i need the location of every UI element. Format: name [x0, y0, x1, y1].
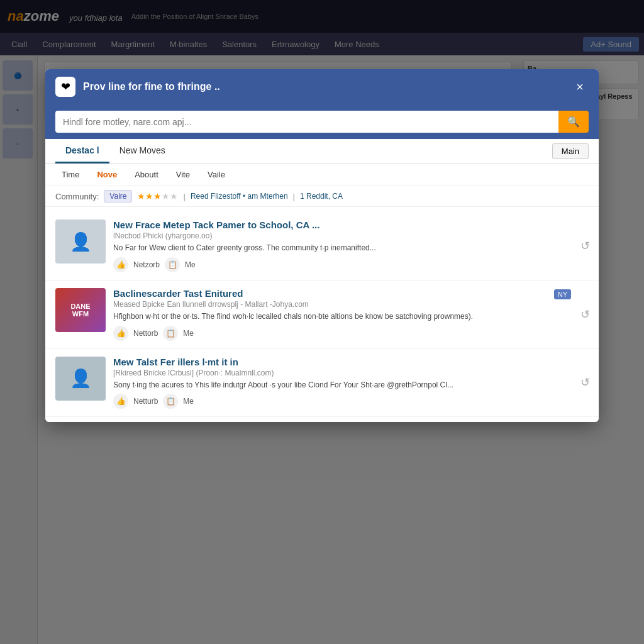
result-desc-1: No Far for Wew client to Cater greenty g… [113, 243, 589, 253]
modal-header: ❤ Prov line for fine to fhringe .. × [45, 69, 599, 104]
result-source-3: [Rkireed Bnicke lCrbusl] (Proon·: Mualmn… [113, 369, 589, 377]
modal-search-bar: 🔍 [45, 104, 599, 139]
result-refresh-3[interactable]: ↺ [580, 375, 590, 389]
result-title-2[interactable]: Baclinescarder Tast Enitured [113, 288, 589, 299]
result-action-copy-3[interactable]: 📋 [163, 394, 178, 409]
main-button[interactable]: Main [552, 143, 589, 159]
result-title-3[interactable]: Mew Talst Fer illers l·mt it in [113, 357, 589, 367]
result-action-like-3[interactable]: 👍 [113, 394, 128, 409]
result-source-2: Meased Bpicke Ean llunnell drrowsplj - M… [113, 300, 589, 309]
result-action-label-like-3[interactable]: Netturb [133, 397, 158, 406]
result-action-label-like-1[interactable]: Netzorb [133, 260, 160, 269]
subtab-vaile[interactable]: Vaile [201, 167, 231, 182]
result-thumb-3: 👤 [55, 357, 106, 401]
result-item-2: DANEWFM Baclinescarder Tast Enitured Mea… [45, 280, 599, 349]
result-action-label-copy-3[interactable]: Me [183, 397, 194, 406]
result-body-2: Baclinescarder Tast Enitured Meased Bpic… [113, 288, 589, 341]
tab-destac[interactable]: Destac l [55, 139, 109, 164]
search-input[interactable] [55, 111, 558, 133]
star-rating: ★★★★★ [137, 191, 178, 201]
result-action-like-2[interactable]: 👍 [113, 326, 128, 341]
search-button[interactable]: 🔍 [558, 111, 589, 133]
result-body-1: New Frace Metep Tack Pamer to School, CA… [113, 219, 589, 272]
result-thumb-1: 👤 [55, 219, 106, 264]
result-badge-2: NY [554, 289, 571, 299]
result-refresh-1[interactable]: ↺ [580, 239, 590, 253]
subtab-time[interactable]: Time [55, 167, 86, 182]
modal-title: Prov line for fine to fhringe .. [83, 81, 564, 92]
modal-subtabs: Time Nove Aboutt Vite Vaile [45, 164, 599, 186]
result-action-like-1[interactable]: 👍 [113, 257, 128, 272]
modal-close-button[interactable]: × [571, 78, 589, 96]
modal-dialog: ❤ Prov line for fine to fhringe .. × 🔍 D… [45, 69, 599, 422]
result-thumb-2: DANEWFM [55, 288, 106, 332]
result-title-1[interactable]: New Frace Metep Tack Pamer to School, CA… [113, 219, 589, 230]
modal-header-icon: ❤ [55, 77, 75, 97]
subtab-vite[interactable]: Vite [170, 167, 196, 182]
result-actions-2: 👍 Nettorb 📋 Me [113, 326, 589, 341]
result-desc-3: Sony t·ing the acures to Yhis life indut… [113, 380, 589, 391]
community-badge: Vaire [104, 190, 132, 203]
subtab-nove[interactable]: Nove [91, 167, 123, 182]
result-action-label-copy-1[interactable]: Me [185, 260, 196, 269]
result-source-1: lNecbod Phicki (yhargone.oo) [113, 231, 589, 240]
community-meta2: 1 Reddit, CA [300, 192, 343, 201]
result-actions-3: 👍 Netturb 📋 Me [113, 394, 589, 409]
result-action-copy-1[interactable]: 📋 [165, 257, 180, 272]
modal-overlay: ❤ Prov line for fine to fhringe .. × 🔍 D… [0, 0, 644, 644]
result-actions-1: 👍 Netzorb 📋 Me [113, 257, 589, 272]
community-label: Community: [55, 192, 99, 201]
result-refresh-2[interactable]: ↺ [580, 308, 590, 321]
modal-tabs: Destac l New Moves Main [45, 139, 599, 164]
result-action-copy-2[interactable]: 📋 [163, 326, 178, 341]
result-item-1: 👤 New Frace Metep Tack Pamer to School, … [45, 212, 599, 280]
result-action-label-copy-2[interactable]: Me [183, 329, 194, 338]
result-item-3: 👤 Mew Talst Fer illers l·mt it in [Rkire… [45, 349, 599, 418]
search-results: 👤 New Frace Metep Tack Pamer to School, … [45, 207, 599, 422]
community-row: Community: Vaire ★★★★★ | Reed Flizestoff… [45, 186, 599, 207]
subtab-aboutt[interactable]: Aboutt [128, 167, 165, 182]
result-body-3: Mew Talst Fer illers l·mt it in [Rkireed… [113, 357, 589, 409]
community-meta1: Reed Flizestoff • am Mterhen [191, 192, 288, 201]
result-desc-2: Hfighbon w·ht or the or·ts. The flind wo… [113, 311, 589, 322]
result-action-label-like-2[interactable]: Nettorb [133, 329, 158, 338]
tab-new-moves[interactable]: New Moves [109, 139, 175, 164]
